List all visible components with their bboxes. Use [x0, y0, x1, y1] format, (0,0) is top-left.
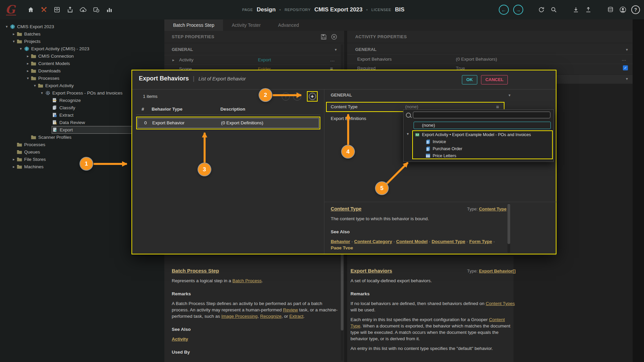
column-header-num[interactable]: # — [142, 107, 144, 112]
see-also-link[interactable]: Form Type — [469, 239, 492, 244]
expander-right-icon[interactable]: ▸ — [11, 157, 16, 162]
close-circle-icon[interactable] — [331, 34, 337, 41]
column-header-description[interactable]: Description — [220, 107, 245, 112]
see-also-link[interactable]: Document Type — [432, 239, 465, 244]
see-also-link[interactable]: Behavior — [331, 239, 350, 244]
repository-value[interactable]: CMIS Export 2023 — [314, 6, 363, 13]
tree-item-label: Recognize — [59, 98, 81, 103]
tab-activity-tester[interactable]: Activity Tester — [223, 19, 269, 31]
ellipsis-button[interactable]: … — [330, 57, 335, 62]
folder-icon — [31, 75, 37, 81]
activity-link[interactable]: Activity — [172, 337, 188, 342]
expander-down-icon[interactable]: ▾ — [25, 76, 31, 80]
tree-item[interactable]: ▾Export Activity (CMIS) - 2023 — [0, 45, 164, 52]
type-label: Type: Content Type — [467, 206, 506, 212]
expander-down-icon[interactable]: ▾ — [32, 83, 38, 88]
ok-button[interactable]: OK — [462, 75, 477, 84]
none-option[interactable]: (none) — [414, 122, 551, 129]
tree-item[interactable]: ▾Projects — [0, 38, 164, 45]
tools-icon[interactable] — [40, 6, 48, 14]
expander-right-icon[interactable]: ▸ — [172, 58, 174, 62]
type-link[interactable]: Content Type — [479, 206, 506, 212]
empty-area — [514, 256, 556, 362]
licensee-value[interactable]: BIS — [395, 6, 405, 13]
tree-item-label: CMIS Connection — [38, 54, 74, 59]
column-header-behavior-type[interactable]: Behavior Type — [152, 107, 182, 112]
empty-area — [556, 84, 633, 362]
dropdown-child-item[interactable]: Price Letters — [425, 152, 456, 159]
general-section-header[interactable]: GENERAL — [331, 93, 352, 98]
user-icon[interactable] — [619, 6, 627, 14]
expander-down-icon[interactable]: ▾ — [407, 132, 409, 136]
cancel-button[interactable]: CANCEL — [481, 75, 508, 84]
file-cabinet-icon[interactable] — [53, 6, 61, 14]
inline-link[interactable]: Image Processing — [221, 314, 258, 319]
expander-right-icon[interactable]: ▸ — [11, 165, 16, 169]
general-section-header[interactable]: GENERAL — [172, 47, 193, 52]
scrollbar-thumb[interactable] — [507, 204, 510, 244]
dropdown-child-item[interactable]: Purchase Order — [425, 145, 462, 152]
expander-right-icon[interactable]: ▸ — [25, 54, 31, 58]
inline-link[interactable]: Batch Process — [232, 278, 262, 283]
tab-advanced[interactable]: Advanced — [269, 19, 308, 31]
download-icon[interactable] — [572, 6, 580, 14]
see-also-link[interactable]: Content Category — [354, 239, 392, 244]
move-down-icon[interactable]: ↓ — [293, 93, 301, 101]
stats-icon[interactable] — [105, 6, 113, 14]
callout-5: 5 — [376, 182, 388, 194]
step-properties-header: STEP PROPERTIES — [164, 31, 344, 43]
move-up-icon[interactable]: ↑ — [282, 93, 290, 101]
search-icon[interactable] — [550, 6, 558, 14]
cloud-upload-icon[interactable] — [79, 6, 87, 14]
inline-link[interactable]: Review — [283, 307, 298, 312]
activity-property-value[interactable]: Export — [258, 57, 271, 62]
expander-down-icon[interactable]: ▾ — [39, 91, 45, 95]
chevron-down-icon[interactable]: ▾ — [508, 93, 511, 98]
inline-link[interactable]: Content Types — [486, 301, 515, 306]
database-stack-icon[interactable] — [606, 6, 614, 14]
expander-down-icon[interactable]: ▾ — [4, 24, 9, 29]
inline-link[interactable]: Extract — [289, 314, 303, 319]
export-behaviors-help: Export Behaviors Type: Export Behavior[]… — [351, 267, 516, 352]
dialog-header: Export Behaviors | List of Export Behavi… — [139, 75, 246, 82]
help-title: Content Type — [331, 206, 362, 212]
tab-batch-process-step[interactable]: Batch Process Step — [164, 19, 223, 31]
upload-icon[interactable] — [584, 6, 592, 14]
back-icon[interactable]: ← — [499, 5, 509, 15]
dropdown-root-item[interactable]: Export Activity • Export Example Model -… — [414, 131, 531, 138]
export-box-icon[interactable] — [66, 6, 74, 14]
save-icon[interactable] — [321, 34, 327, 41]
tree-item[interactable]: ▸Batches — [0, 30, 164, 38]
behavior-table-row[interactable]: 0 Export Behavior (0 Export Definitions) — [138, 118, 319, 128]
tree-item[interactable]: ▸Content Models — [0, 60, 164, 67]
export-behaviors-value[interactable]: (0 Export Behaviors) — [456, 57, 497, 62]
dropdown-item-label: Purchase Order — [433, 146, 462, 151]
expander-down-icon[interactable]: ▾ — [18, 47, 23, 51]
expander-right-icon[interactable]: ▸ — [11, 32, 16, 36]
chevron-down-icon[interactable]: ▾ — [335, 47, 337, 52]
see-also-link[interactable]: Page Type — [331, 245, 353, 249]
page-value[interactable]: Design — [257, 6, 276, 13]
chevron-down-icon[interactable]: ▾ — [626, 47, 628, 52]
tree-item[interactable]: ▾CMIS Export 2023 — [0, 23, 164, 30]
expander-down-icon[interactable]: ▾ — [11, 39, 16, 44]
help-icon[interactable]: ? — [631, 5, 640, 14]
home-icon[interactable] — [27, 6, 35, 14]
expander-right-icon[interactable]: ▸ — [25, 69, 31, 73]
forward-icon[interactable]: → — [513, 5, 523, 15]
tree-item[interactable]: ▸CMIS Connection — [0, 52, 164, 60]
dropdown-child-item[interactable]: Invoice — [425, 138, 446, 145]
add-item-button[interactable]: + — [309, 93, 316, 100]
required-checkbox[interactable]: ✓ — [623, 65, 628, 70]
dropdown-search-input[interactable] — [413, 112, 550, 118]
chevron-down-icon[interactable]: ▾ — [626, 76, 628, 81]
general-section-header[interactable]: GENERAL — [355, 47, 377, 52]
refresh-icon[interactable] — [537, 6, 545, 14]
expander-right-icon[interactable]: ▸ — [25, 61, 31, 66]
see-also-link[interactable]: Content Model — [396, 239, 428, 244]
type-link[interactable]: Export Behavior[] — [479, 268, 516, 274]
scheduled-tasks-icon[interactable] — [92, 6, 100, 14]
ellipsis-button[interactable]: … — [622, 56, 627, 62]
globe-icon — [9, 24, 15, 29]
inline-link[interactable]: Recognize — [260, 314, 281, 319]
